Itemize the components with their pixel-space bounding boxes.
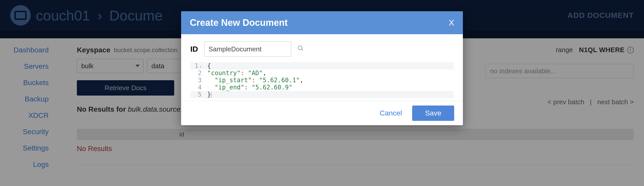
gutter-2: 2: [190, 69, 205, 77]
editor-line-5[interactable]: 5 }: [190, 91, 454, 98]
id-label: ID: [190, 45, 198, 53]
val-ip-start: "5.62.60.1": [259, 77, 300, 84]
gutter-3: 3: [190, 77, 205, 84]
app-root: couch01 › Docume ADD DOCUMENT Dashboard …: [0, 0, 644, 186]
fold-icon[interactable]: ▾: [199, 65, 202, 69]
create-document-dialog: Create New Document X ID 1▾ {: [181, 11, 463, 125]
gutter-5: 5: [190, 91, 205, 98]
code-4[interactable]: "ip_end": "5.62.60.9": [205, 84, 454, 91]
code-5[interactable]: }: [205, 91, 454, 98]
close-icon[interactable]: X: [449, 18, 454, 28]
dialog-footer: Cancel Save: [181, 101, 463, 125]
dialog-header: Create New Document X: [181, 11, 463, 34]
gutter-1: 1▾: [190, 62, 205, 69]
json-editor[interactable]: 1▾ { 2 "country": "AD", 3 "ip_start": "5…: [190, 62, 454, 98]
val-ip-end: "5.62.60.9": [252, 84, 292, 91]
text-caret-icon: [211, 92, 211, 98]
document-id-input[interactable]: [204, 41, 291, 57]
dialog-body: ID 1▾ { 2 "country": "AD",: [181, 34, 463, 101]
gutter-4: 4: [190, 84, 205, 91]
save-button[interactable]: Save: [412, 106, 454, 121]
code-3[interactable]: "ip_start": "5.62.60.1",: [205, 77, 454, 84]
editor-line-1[interactable]: 1▾ {: [190, 62, 454, 69]
val-country: "AD": [248, 69, 263, 77]
svg-line-1: [302, 49, 303, 50]
modal-overlay[interactable]: Create New Document X ID 1▾ {: [0, 0, 644, 186]
search-icon[interactable]: [297, 45, 304, 53]
editor-line-4[interactable]: 4 "ip_end": "5.62.60.9": [190, 84, 454, 91]
code-1[interactable]: {: [205, 62, 454, 69]
code-2[interactable]: "country": "AD",: [205, 69, 454, 77]
editor-line-2[interactable]: 2 "country": "AD",: [190, 69, 454, 77]
cancel-button[interactable]: Cancel: [380, 109, 402, 117]
editor-line-3[interactable]: 3 "ip_start": "5.62.60.1",: [190, 77, 454, 84]
id-row: ID: [190, 41, 454, 57]
svg-point-0: [298, 46, 302, 50]
dialog-title: Create New Document: [190, 17, 288, 28]
